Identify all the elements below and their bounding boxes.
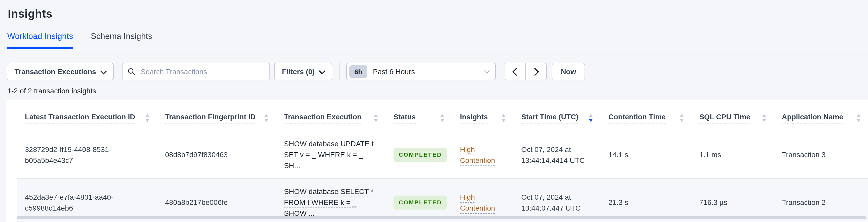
time-range-badge: 6h bbox=[349, 65, 367, 78]
tab-schema-insights[interactable]: Schema Insights bbox=[91, 32, 152, 49]
cell-fingerprint-id: 08d8b7d97f830463 bbox=[157, 131, 276, 179]
search-input[interactable] bbox=[140, 67, 264, 76]
status-badge: COMPLETED bbox=[394, 196, 447, 210]
tab-workload-insights[interactable]: Workload Insights bbox=[7, 32, 73, 49]
cell-contention-time: 21.3 s bbox=[600, 179, 691, 222]
chevron-right-icon bbox=[531, 67, 539, 75]
insights-table-card: Latest Transaction Execution ID Transact… bbox=[6, 100, 868, 222]
insight-high-contention-link[interactable]: High Contention bbox=[460, 193, 495, 212]
column-header-latest-transaction-execution-id[interactable]: Latest Transaction Execution ID bbox=[17, 100, 157, 131]
table-row: 452da3e7-e7fa-4801-aa40-c59988d14eb6 480… bbox=[17, 179, 868, 222]
horizontal-scrollbar[interactable] bbox=[17, 216, 866, 219]
toolbar: Transaction Executions Filters (0) 6h Pa… bbox=[7, 63, 868, 81]
previous-range-button[interactable] bbox=[505, 63, 525, 80]
cell-start-time: Oct 07, 2024 at 13:44:07.447 UTC bbox=[513, 179, 600, 222]
cell-sql-cpu-time: 716.3 µs bbox=[691, 179, 774, 222]
status-badge: COMPLETED bbox=[394, 148, 447, 162]
column-header-status[interactable]: Status bbox=[385, 100, 452, 131]
cell-sql-cpu-time: 1.1 ms bbox=[691, 131, 774, 179]
transaction-execution-link[interactable]: SHOW database UPDATE t SET v = _ WHERE k… bbox=[284, 139, 374, 169]
cell-fingerprint-id: 480a8b217be006fe bbox=[157, 179, 276, 222]
column-header-contention-time[interactable]: Contention Time bbox=[600, 100, 691, 131]
transaction-insights-table: Latest Transaction Execution ID Transact… bbox=[17, 100, 868, 222]
tab-bar: Workload Insights Schema Insights bbox=[0, 21, 868, 49]
toolbar-divider bbox=[339, 63, 340, 81]
search-icon bbox=[128, 68, 135, 75]
sort-icon[interactable] bbox=[501, 114, 506, 122]
cell-contention-time: 14.1 s bbox=[600, 131, 691, 179]
results-summary: 1-2 of 2 transaction insights bbox=[7, 87, 868, 95]
insight-high-contention-link[interactable]: High Contention bbox=[460, 145, 495, 164]
column-header-transaction-execution[interactable]: Transaction Execution bbox=[276, 100, 385, 131]
page-title: Insights bbox=[0, 0, 868, 21]
filters-button-label: Filters (0) bbox=[282, 67, 315, 76]
sort-icon-active-desc[interactable] bbox=[589, 114, 593, 122]
column-header-insights[interactable]: Insights bbox=[452, 100, 513, 131]
column-header-sql-cpu-time[interactable]: SQL CPU Time bbox=[691, 100, 774, 131]
sort-icon[interactable] bbox=[762, 114, 766, 122]
table-header-row: Latest Transaction Execution ID Transact… bbox=[17, 100, 868, 131]
column-header-start-time[interactable]: Start Time (UTC) bbox=[513, 100, 600, 131]
sort-icon[interactable] bbox=[440, 114, 444, 122]
time-range-pager bbox=[505, 63, 547, 81]
insights-page: Insights Workload Insights Schema Insigh… bbox=[0, 0, 868, 222]
transaction-execution-link[interactable]: SHOW database SELECT * FROM t WHERE k = … bbox=[284, 187, 374, 217]
column-header-application-name[interactable]: Application Name bbox=[774, 100, 868, 131]
time-range-label: Past 6 Hours bbox=[373, 67, 485, 76]
sort-icon[interactable] bbox=[857, 114, 861, 122]
now-button[interactable]: Now bbox=[552, 63, 585, 81]
time-range-picker[interactable]: 6h Past 6 Hours bbox=[346, 63, 496, 81]
chevron-left-icon bbox=[513, 67, 521, 75]
sort-icon[interactable] bbox=[374, 114, 378, 122]
table-row: 328729d2-ff19-4408-8531-b05a5b4e43c7 08d… bbox=[17, 131, 868, 179]
filters-button[interactable]: Filters (0) bbox=[274, 63, 332, 81]
cell-start-time: Oct 07, 2024 at 13:44:14.4414 UTC bbox=[513, 131, 600, 179]
chevron-down-icon bbox=[484, 68, 490, 74]
chevron-down-icon bbox=[319, 67, 326, 74]
sort-icon[interactable] bbox=[264, 114, 269, 122]
now-button-label: Now bbox=[561, 67, 576, 76]
sort-icon[interactable] bbox=[145, 114, 150, 122]
execution-type-dropdown[interactable]: Transaction Executions bbox=[7, 63, 114, 81]
sort-icon[interactable] bbox=[680, 114, 684, 122]
search-box bbox=[122, 63, 270, 81]
chevron-down-icon bbox=[100, 67, 107, 74]
cell-application-name: Transaction 3 bbox=[774, 131, 868, 179]
cell-application-name: Transaction 2 bbox=[774, 179, 868, 222]
column-header-transaction-fingerprint-id[interactable]: Transaction Fingerprint ID bbox=[157, 100, 276, 131]
execution-type-dropdown-label: Transaction Executions bbox=[14, 67, 96, 76]
app-viewport: Insights Workload Insights Schema Insigh… bbox=[0, 0, 868, 222]
next-range-button[interactable] bbox=[525, 63, 546, 80]
cell-latest-execution-id: 452da3e7-e7fa-4801-aa40-c59988d14eb6 bbox=[17, 179, 157, 222]
cell-latest-execution-id: 328729d2-ff19-4408-8531-b05a5b4e43c7 bbox=[17, 131, 157, 179]
